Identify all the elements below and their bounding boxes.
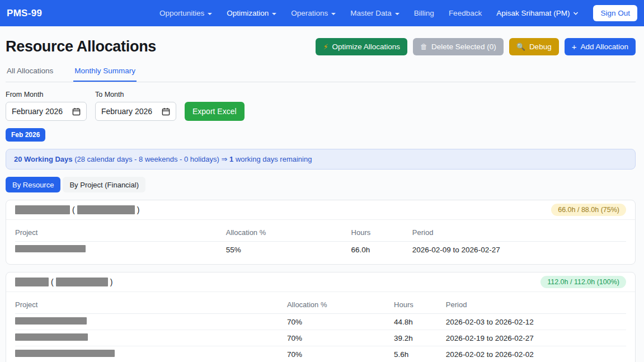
hours-cell: 39.2h: [394, 330, 446, 346]
caret-down-icon: [395, 13, 399, 15]
nav-item-billing[interactable]: Billing: [414, 9, 434, 17]
redacted-project-name: [15, 350, 115, 357]
nav-item-label: Opportunities: [159, 9, 204, 17]
table-header-row: Project Allocation % Hours Period: [15, 295, 626, 314]
caret-down-icon: [208, 13, 212, 15]
magnifier-icon: 🔍: [516, 43, 525, 50]
col-header-allocation: Allocation %: [287, 295, 394, 314]
period-cell: 2026-02-09 to 2026-02-27: [412, 242, 626, 258]
optimize-allocations-button[interactable]: ⚡ Optimize Allocations: [316, 38, 407, 55]
nav-item-master-data[interactable]: Master Data: [350, 9, 399, 17]
period-cell: 2026-02-03 to 2026-02-12: [446, 314, 626, 330]
calendar-icon[interactable]: [72, 107, 81, 116]
caret-down-icon: [272, 13, 276, 15]
hours-cell: 44.8h: [394, 314, 446, 330]
allocation-cell: 70%: [287, 346, 394, 362]
brand-logo[interactable]: PMS-99: [7, 8, 42, 19]
tab-monthly-summary[interactable]: Monthly Summary: [73, 64, 137, 82]
delete-selected-button[interactable]: 🗑 Delete Selected (0): [413, 38, 504, 55]
lightning-icon: ⚡: [323, 43, 328, 50]
header-actions: ⚡ Optimize Allocations 🗑 Delete Selected…: [316, 38, 636, 55]
to-month-input[interactable]: February 2026: [95, 102, 176, 121]
days-remaining-label: working days remaining: [236, 155, 312, 163]
nav-item-label: Operations: [291, 9, 328, 17]
resource-name: ( ): [15, 278, 112, 286]
nav-item-label: Optimization: [227, 9, 269, 17]
days-remaining-count: 1: [229, 155, 233, 163]
debug-button[interactable]: 🔍 Debug: [509, 38, 559, 55]
nav-item-feedback[interactable]: Feedback: [449, 9, 482, 17]
hours-badge: 112.0h / 112.0h (100%): [540, 276, 626, 288]
col-header-period: Period: [412, 223, 626, 242]
nav-item-operations[interactable]: Operations: [291, 9, 336, 17]
from-month-value: February 2026: [12, 107, 63, 116]
resource-card: ( ) 66.0h / 88.0h (75%) Project Allocati…: [6, 200, 636, 265]
paren: ): [110, 278, 113, 286]
tab-bar: All Allocations Monthly Summary: [6, 64, 636, 82]
working-days-count: 20 Working Days: [14, 155, 73, 163]
arrow-glyph: ⇒: [221, 155, 227, 163]
user-name: Apisak Srihamat (PM): [496, 9, 570, 17]
button-label: Delete Selected (0): [431, 43, 496, 51]
top-navbar: PMS-99 Opportunities Optimization Operat…: [0, 0, 644, 26]
user-menu[interactable]: Apisak Srihamat (PM): [496, 9, 579, 17]
nav-item-label: Billing: [414, 9, 434, 17]
to-month-label: To Month: [95, 91, 176, 98]
period-cell: 2026-02-19 to 2026-02-27: [446, 330, 626, 346]
col-header-project: Project: [15, 295, 287, 314]
allocation-cell: 70%: [287, 314, 394, 330]
hours-badge: 66.0h / 88.0h (75%): [551, 204, 626, 216]
nav-item-label: Master Data: [350, 9, 392, 17]
allocation-table: Project Allocation % Hours Period 70% 44…: [15, 295, 626, 362]
sign-out-button[interactable]: Sign Out: [593, 5, 637, 21]
by-project-button[interactable]: By Project (Financial): [63, 177, 145, 192]
resource-card: ( ) 112.0h / 112.0h (100%) Project Alloc…: [6, 272, 636, 362]
month-badge: Feb 2026: [6, 128, 45, 142]
redacted-project-name: [15, 317, 87, 325]
resource-card-header: ( ) 66.0h / 88.0h (75%): [6, 200, 635, 220]
redacted-resource-detail: [77, 205, 135, 214]
paren: (: [51, 278, 54, 286]
allocation-table: Project Allocation % Hours Period 55% 66…: [15, 223, 626, 257]
redacted-project-name: [15, 245, 86, 252]
resource-card-header: ( ) 112.0h / 112.0h (100%): [6, 272, 635, 292]
table-header-row: Project Allocation % Hours Period: [15, 223, 626, 242]
table-row: 70% 5.6h 2026-02-02 to 2026-02-02: [15, 346, 626, 362]
redacted-resource-detail: [56, 278, 108, 286]
nav-item-optimization[interactable]: Optimization: [227, 9, 276, 17]
button-label: Debug: [529, 43, 552, 51]
table-row: 70% 39.2h 2026-02-19 to 2026-02-27: [15, 330, 626, 346]
allocation-cell: 55%: [226, 242, 351, 258]
add-allocation-button[interactable]: + Add Allocation: [565, 38, 636, 55]
plus-icon: +: [572, 43, 577, 51]
table-row: 70% 44.8h 2026-02-03 to 2026-02-12: [15, 314, 626, 330]
tab-all-allocations[interactable]: All Allocations: [6, 64, 54, 82]
working-days-banner: 20 Working Days (28 calendar days - 8 we…: [6, 149, 636, 170]
redacted-resource-name: [15, 278, 49, 286]
from-month-input[interactable]: February 2026: [6, 102, 87, 121]
nav-item-label: Feedback: [449, 9, 482, 17]
paren: (: [72, 205, 75, 214]
to-month-value: February 2026: [101, 107, 152, 116]
allocation-cell: 70%: [287, 330, 394, 346]
nav-menu: Opportunities Optimization Operations Ma…: [159, 5, 637, 21]
redacted-resource-name: [15, 205, 70, 214]
resource-name: ( ): [15, 205, 139, 214]
page-title: Resource Allocations: [6, 38, 156, 55]
period-cell: 2026-02-02 to 2026-02-02: [446, 346, 626, 362]
export-excel-button[interactable]: Export Excel: [185, 102, 245, 121]
chevron-down-icon: [573, 11, 579, 16]
redacted-project-name: [15, 333, 88, 341]
col-header-project: Project: [15, 223, 226, 242]
table-row: 55% 66.0h 2026-02-09 to 2026-02-27: [15, 242, 626, 258]
calendar-icon[interactable]: [162, 107, 170, 116]
by-resource-button[interactable]: By Resource: [6, 177, 60, 192]
nav-item-opportunities[interactable]: Opportunities: [159, 9, 212, 17]
hours-cell: 66.0h: [351, 242, 412, 258]
button-label: Optimize Allocations: [332, 43, 401, 51]
page-content: Resource Allocations ⚡ Optimize Allocati…: [0, 26, 644, 362]
col-header-period: Period: [446, 295, 626, 314]
paren: ): [137, 205, 140, 214]
col-header-allocation: Allocation %: [226, 223, 351, 242]
button-label: Add Allocation: [580, 43, 628, 51]
